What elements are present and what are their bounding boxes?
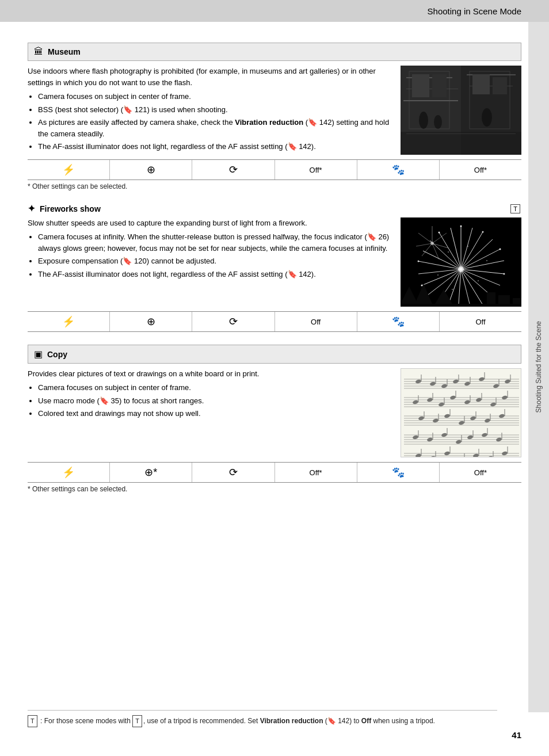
fireworks-title: ✦ Fireworks show (28, 203, 101, 214)
bottom-note-text: : For those scene modes with T, use of a… (40, 717, 435, 725)
museum-bullet-1: Camera focuses on subject in center of f… (38, 91, 391, 102)
museum-icon: 🏛 (34, 47, 43, 57)
museum-content: Use indoors where flash photography is p… (28, 66, 521, 155)
svg-point-49 (418, 261, 420, 262)
copy-flash-icon: ⚡ (28, 463, 110, 482)
copy-focus-icon: ⊕* (110, 463, 192, 482)
museum-image (401, 66, 521, 155)
svg-point-16 (482, 108, 492, 127)
copy-section-header: ▣ Copy (28, 345, 521, 364)
svg-point-52 (467, 246, 468, 247)
svg-point-45 (504, 273, 505, 275)
fireworks-description: Slow shutter speeds are used to capture … (28, 217, 391, 229)
museum-bullets: Camera focuses on subject in center of f… (38, 91, 391, 152)
museum-bullet-3: As pictures are easily affected by camer… (38, 117, 391, 139)
svg-rect-11 (432, 74, 447, 97)
museum-description: Use indoors where flash photography is p… (28, 66, 391, 89)
svg-point-55 (452, 289, 453, 290)
museum-settings-row: ⚡ ⊕ ⟳ Off* 🐾 Off* (28, 159, 521, 180)
museum-flash-icon: ⚡ (28, 160, 110, 180)
header-bar: Shooting in Scene Mode (0, 0, 549, 22)
svg-point-65 (430, 242, 434, 245)
fireworks-timer-value: Off (275, 312, 357, 331)
copy-af-value: Off* (440, 463, 521, 482)
fireworks-timer-icon: ⟳ (192, 312, 274, 331)
svg-rect-12 (472, 74, 490, 94)
main-content: 🏛 Museum Use indoors where flash photogr… (28, 22, 521, 493)
fireworks-af-value: Off (440, 312, 521, 331)
svg-point-57 (437, 274, 439, 276)
copy-bullet-1: Camera focuses on subject in center of f… (38, 382, 391, 394)
fireworks-af-icon: 🐾 (357, 312, 440, 331)
fireworks-bullets: Camera focuses at infinity. When the shu… (38, 231, 391, 280)
museum-focus-icon: ⊕ (110, 160, 192, 180)
copy-image (401, 368, 521, 457)
copy-bullets: Camera focuses on subject in center of f… (38, 382, 391, 419)
museum-text: Use indoors where flash photography is p… (28, 66, 391, 155)
fireworks-icon: ✦ (28, 203, 35, 214)
museum-timer-icon: ⟳ (192, 160, 274, 180)
fireworks-title-text: Fireworks show (40, 204, 101, 213)
svg-rect-13 (493, 77, 507, 94)
fireworks-bullet-3: The AF-assist illuminator does not light… (38, 269, 391, 280)
svg-rect-70 (487, 292, 495, 304)
svg-point-56 (486, 260, 487, 261)
copy-settings-row: ⚡ ⊕* ⟳ Off* 🐾 Off* (28, 462, 521, 483)
svg-rect-5 (403, 100, 458, 101)
bottom-tripod-icon: T (28, 717, 39, 725)
museum-footnote: * Other settings can be selected. (28, 182, 521, 190)
museum-af-icon: 🐾 (357, 160, 440, 180)
svg-rect-71 (498, 295, 510, 304)
tripod-icon: T (510, 204, 520, 213)
fireworks-bullet-2: Exposure compensation (🔖 120) cannot be … (38, 255, 391, 267)
svg-point-15 (434, 115, 442, 129)
copy-title: Copy (47, 350, 67, 359)
svg-point-14 (419, 112, 428, 129)
fireworks-section-header: ✦ Fireworks show T (28, 203, 521, 214)
copy-timer-icon: ⟳ (192, 463, 274, 482)
bottom-note: T : For those scene modes with T, use of… (28, 710, 497, 727)
fireworks-focus-icon: ⊕ (110, 312, 192, 331)
svg-rect-72 (513, 298, 521, 304)
museum-af-value: Off* (440, 160, 521, 180)
svg-rect-66 (401, 304, 521, 307)
svg-rect-10 (412, 74, 429, 97)
copy-description: Provides clear pictures of text or drawi… (28, 368, 391, 380)
svg-point-54 (478, 280, 479, 281)
fireworks-image (401, 217, 521, 307)
svg-point-42 (460, 226, 462, 227)
header-title: Shooting in Scene Mode (428, 6, 521, 16)
fireworks-bullet-1: Camera focuses at infinity. When the shu… (38, 231, 391, 254)
fireworks-text: Slow shutter speeds are used to capture … (28, 217, 391, 307)
copy-bullet-2: Use macro mode (🔖 35) to focus at short … (38, 395, 391, 407)
svg-point-44 (500, 249, 501, 250)
copy-bullet-3: Colored text and drawings may not show u… (38, 408, 391, 419)
svg-rect-18 (406, 133, 516, 134)
copy-timer-value: Off* (275, 463, 357, 482)
page-number: 41 (512, 730, 521, 740)
svg-point-43 (482, 231, 484, 233)
copy-footnote: * Other settings can be selected. (28, 485, 521, 493)
svg-point-53 (448, 251, 449, 253)
svg-point-50 (439, 232, 440, 234)
svg-rect-17 (401, 132, 521, 155)
copy-af-icon: 🐾 (357, 463, 440, 482)
museum-timer-value: Off* (275, 160, 357, 180)
sidebar: Shooting Suited for the Scene (528, 22, 549, 712)
svg-point-48 (421, 285, 423, 287)
copy-content: Provides clear pictures of text or drawi… (28, 368, 521, 457)
fireworks-settings-row: ⚡ ⊕ ⟳ Off 🐾 Off (28, 311, 521, 332)
fireworks-content: Slow shutter speeds are used to capture … (28, 217, 521, 307)
copy-icon: ▣ (34, 349, 43, 360)
sidebar-text: Shooting Suited for the Scene (535, 321, 543, 413)
museum-section-header: 🏛 Museum (28, 43, 521, 61)
fireworks-flash-icon: ⚡ (28, 312, 110, 331)
svg-point-51 (458, 266, 464, 272)
museum-title: Museum (48, 47, 81, 56)
copy-text: Provides clear pictures of text or drawi… (28, 368, 391, 457)
museum-bullet-2: BSS (best shot selector) (🔖 121) is used… (38, 104, 391, 116)
museum-bullet-4: The AF-assist illuminator does not light… (38, 141, 391, 152)
